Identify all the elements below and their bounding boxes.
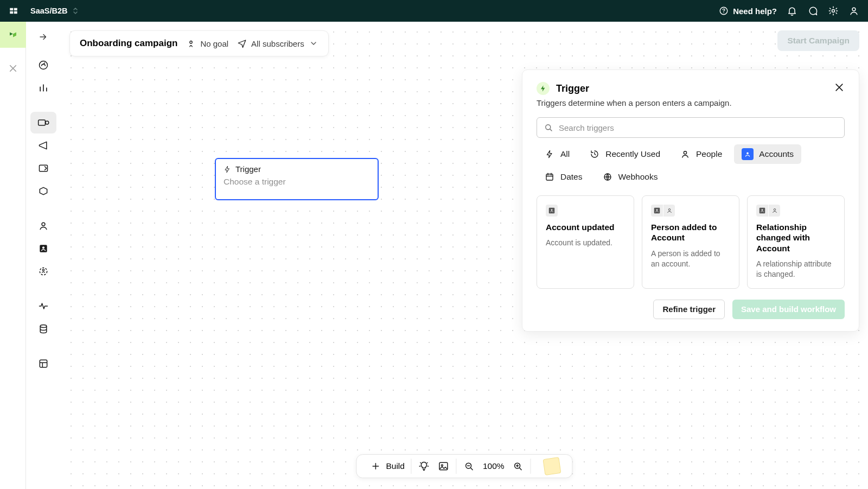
rail-people-icon[interactable]	[30, 215, 56, 237]
canvas-toolbar: Build 100%	[356, 454, 572, 478]
rail-content-icon[interactable]	[30, 353, 56, 374]
rail-broadcasts-icon[interactable]	[30, 135, 56, 156]
user-icon[interactable]	[848, 5, 859, 16]
svg-point-6	[46, 121, 49, 124]
campaign-title: Onboarding campaign	[80, 38, 177, 49]
send-icon	[237, 39, 247, 48]
svg-point-15	[190, 41, 193, 44]
image-icon[interactable]	[438, 460, 450, 472]
trigger-card-relationship-changed[interactable]: Relationship changed with Account A rela…	[747, 195, 845, 289]
rail-dashboard-icon[interactable]	[30, 54, 56, 76]
chat-icon[interactable]	[807, 5, 818, 16]
trigger-panel: Trigger Triggers determine when a person…	[522, 69, 859, 332]
sticky-note-icon[interactable]	[543, 457, 561, 475]
save-build-workflow-label: Save and build workflow	[741, 304, 836, 314]
bolt-icon	[544, 149, 555, 160]
svg-point-22	[551, 209, 553, 211]
canvas[interactable]: Onboarding campaign No goal All subscrib…	[61, 22, 868, 489]
svg-point-13	[40, 325, 47, 328]
rail-activity-icon[interactable]	[30, 295, 56, 317]
svg-rect-14	[40, 360, 47, 367]
collapse-rail-icon[interactable]	[30, 26, 56, 48]
zoom-out-icon[interactable]	[463, 460, 475, 472]
rail-analytics-icon[interactable]	[30, 77, 56, 99]
svg-point-3	[852, 8, 856, 11]
rail-deliveries-icon[interactable]	[30, 180, 56, 202]
build-button[interactable]: Build	[369, 460, 404, 472]
card-desc: A relationship attribute is changed.	[756, 259, 835, 280]
node-subtitle: Choose a trigger	[224, 177, 370, 187]
tab-label: Webhooks	[618, 172, 658, 182]
rail-accounts-icon[interactable]	[30, 238, 56, 259]
need-help-label: Need help?	[733, 7, 777, 16]
trigger-search-input[interactable]	[559, 123, 838, 132]
calendar-icon	[544, 172, 555, 182]
svg-rect-5	[39, 120, 46, 125]
tab-recent[interactable]: Recently Used	[582, 144, 668, 164]
rail-transactional-icon[interactable]	[30, 157, 56, 179]
account-box-icon	[546, 205, 558, 217]
audience-selector[interactable]: All subscribers	[237, 39, 318, 48]
topbar: SaaS/B2B Need help?	[0, 0, 868, 22]
search-icon	[544, 123, 553, 132]
audience-label: All subscribers	[251, 39, 304, 48]
rail-campaigns-icon[interactable]	[30, 112, 56, 134]
left-rail	[0, 22, 26, 489]
bell-icon[interactable]	[787, 5, 797, 16]
lightbulb-icon[interactable]	[418, 460, 430, 472]
svg-point-16	[546, 125, 551, 130]
svg-point-2	[832, 10, 835, 12]
need-help-button[interactable]: Need help?	[718, 5, 777, 16]
brand-tile[interactable]	[0, 22, 26, 48]
tab-people[interactable]: People	[672, 144, 730, 164]
tab-dates[interactable]: Dates	[537, 167, 590, 187]
plus-icon	[369, 460, 381, 472]
rail-segments-icon[interactable]	[30, 261, 56, 282]
svg-point-25	[668, 209, 671, 211]
goal-label: No goal	[200, 39, 228, 48]
trigger-card-person-added[interactable]: Person added to Account A person is adde…	[642, 195, 739, 289]
trigger-tabs: All Recently Used People Accounts Dates …	[537, 144, 845, 187]
tab-label: Dates	[560, 172, 583, 182]
zoom-in-icon[interactable]	[512, 460, 524, 472]
tab-webhooks[interactable]: Webhooks	[595, 167, 666, 187]
svg-point-27	[762, 209, 763, 211]
svg-point-30	[442, 465, 443, 466]
tab-label: People	[696, 149, 722, 159]
help-icon	[718, 5, 729, 16]
history-icon	[589, 149, 600, 160]
rail-data-icon[interactable]	[30, 318, 56, 340]
workspace-switcher[interactable]: SaaS/B2B	[30, 7, 79, 15]
canvas-trigger-node[interactable]: Trigger Choose a trigger	[215, 158, 379, 200]
account-box-icon	[651, 205, 663, 217]
save-build-workflow-button[interactable]: Save and build workflow	[732, 300, 845, 319]
trigger-card-account-updated[interactable]: Account updated Account is updated.	[537, 195, 634, 289]
panel-bolt-icon	[537, 82, 550, 95]
svg-point-18	[746, 152, 749, 154]
panel-subtitle: Triggers determine when a person enters …	[537, 98, 732, 107]
person-icon	[680, 149, 691, 160]
bolt-icon	[224, 166, 231, 173]
card-desc: A person is added to an account.	[651, 249, 730, 269]
card-desc: Account is updated.	[546, 238, 625, 248]
account-icon	[742, 148, 754, 160]
tab-all[interactable]: All	[537, 144, 577, 164]
refine-trigger-button[interactable]: Refine trigger	[653, 300, 725, 319]
tab-label: Recently Used	[605, 149, 660, 159]
start-campaign-button[interactable]: Start Campaign	[777, 30, 859, 51]
tab-accounts[interactable]: Accounts	[734, 144, 801, 164]
person-small-icon	[663, 205, 675, 217]
goal-selector[interactable]: No goal	[186, 39, 228, 48]
rail-x-icon[interactable]	[0, 58, 26, 79]
panel-title: Trigger	[556, 83, 589, 94]
tab-label: All	[560, 149, 570, 159]
build-label: Build	[386, 461, 404, 471]
globe-icon	[602, 172, 613, 182]
close-icon[interactable]	[834, 82, 845, 93]
gear-icon[interactable]	[828, 5, 839, 16]
trigger-search[interactable]	[537, 117, 845, 138]
svg-point-24	[656, 209, 658, 211]
svg-point-17	[684, 151, 686, 154]
account-box-icon	[756, 205, 768, 217]
trigger-cards: Account updated Account is updated. Pers…	[537, 195, 845, 289]
